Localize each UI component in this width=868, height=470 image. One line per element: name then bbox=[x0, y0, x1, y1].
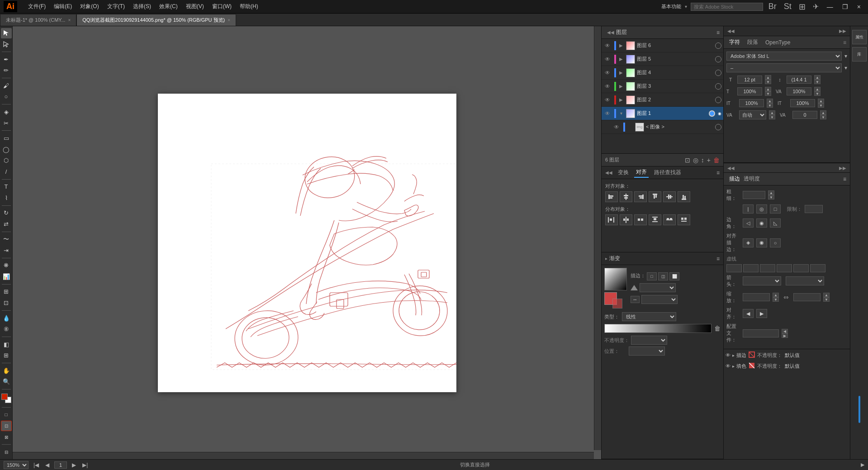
menu-select[interactable]: 选择(S) bbox=[129, 1, 155, 12]
blob-brush-tool[interactable]: ○ bbox=[1, 92, 12, 102]
eye-icon-6[interactable]: 👁 bbox=[603, 43, 612, 49]
close-button[interactable]: × bbox=[854, 2, 863, 11]
cap-butt[interactable]: | bbox=[743, 204, 754, 214]
zoom-select[interactable]: 150% 100% 50% bbox=[4, 461, 28, 469]
tab-opentype[interactable]: OpenType bbox=[764, 38, 792, 47]
color-picker[interactable] bbox=[1, 394, 11, 403]
layer-row-image[interactable]: 👁 ▶ img < 图像 > bbox=[602, 120, 723, 134]
font-size-down[interactable]: ▼ bbox=[765, 80, 771, 84]
scale-end-input[interactable]: 100% bbox=[793, 293, 821, 301]
selection-tool[interactable] bbox=[1, 28, 12, 38]
baseline-up[interactable]: ▲ bbox=[820, 110, 826, 115]
type-tool[interactable]: T bbox=[1, 181, 12, 192]
dash-1[interactable] bbox=[726, 264, 742, 272]
miter-limit-input[interactable] bbox=[805, 205, 823, 213]
restore-button[interactable]: ❐ bbox=[840, 2, 851, 11]
font-style-select[interactable]: – bbox=[726, 63, 842, 72]
layer-row-4[interactable]: 👁 ▶ 图层 4 bbox=[602, 66, 723, 80]
gap-2[interactable] bbox=[777, 264, 792, 272]
eye-icon-img[interactable]: 👁 bbox=[612, 124, 621, 130]
gradient-stroke-btn-3[interactable]: ⬜ bbox=[669, 272, 679, 280]
dash-2[interactable] bbox=[760, 264, 775, 272]
kerning-input[interactable] bbox=[787, 87, 811, 95]
gradient-menu-icon[interactable] bbox=[716, 256, 720, 262]
stock-search-input[interactable] bbox=[691, 3, 763, 11]
align-stroke-center[interactable]: ◈ bbox=[743, 238, 754, 247]
line-tool[interactable]: / bbox=[1, 166, 12, 177]
font-size-up[interactable]: ▲ bbox=[765, 75, 771, 80]
scale-end-down[interactable]: ▼ bbox=[823, 297, 830, 302]
layer-visibility-5[interactable] bbox=[715, 56, 721, 62]
stroke-weight-input[interactable] bbox=[743, 191, 765, 199]
layer-row-5[interactable]: 👁 ▶ 图层 5 bbox=[602, 52, 723, 66]
v-scale-input[interactable] bbox=[739, 99, 764, 107]
stroke-top-bar-right[interactable]: ▶▶ bbox=[839, 166, 846, 171]
layer-arrow-4[interactable]: ▶ bbox=[618, 70, 624, 75]
align-collapse-btn[interactable]: ◀◀ bbox=[605, 170, 612, 175]
far-right-collapse-left[interactable]: ◀◀ bbox=[727, 28, 735, 33]
corner-bevel[interactable]: ◺ bbox=[770, 218, 781, 228]
layer-row-2[interactable]: 👁 ▶ 图层 2 bbox=[602, 93, 723, 107]
stroke-weight-up[interactable]: ▲ bbox=[768, 190, 774, 195]
stock-icon[interactable]: St bbox=[782, 2, 793, 11]
align-right-edges[interactable] bbox=[634, 191, 647, 202]
stroke-top-bar-left[interactable]: ◀◀ bbox=[727, 166, 735, 171]
gradient-position-select[interactable] bbox=[629, 347, 665, 356]
gradient-angle-select[interactable] bbox=[640, 283, 676, 292]
normal-mode[interactable]: □ bbox=[1, 410, 12, 420]
kerning-down[interactable]: ▼ bbox=[814, 91, 821, 96]
leading-down[interactable]: ▼ bbox=[814, 80, 821, 84]
vertical-scrollbar[interactable] bbox=[594, 26, 601, 450]
workspace-icon[interactable]: ⊞ bbox=[797, 2, 807, 12]
gradient-reverse-btn[interactable]: ↔ bbox=[631, 296, 640, 303]
corner-miter[interactable]: ◁ bbox=[743, 218, 754, 228]
page-number-input[interactable] bbox=[54, 461, 67, 469]
layer-row-6[interactable]: 👁 ▶ 图层 6 bbox=[602, 39, 723, 52]
draw-clip[interactable]: ⊠ bbox=[1, 432, 12, 442]
dist-center-v[interactable] bbox=[663, 214, 676, 225]
dist-bottom[interactable] bbox=[678, 214, 690, 225]
tab-screenshot[interactable]: QQ浏览器截图20190929144005.png* @ 150% (RGB/G… bbox=[76, 14, 236, 26]
gradient-opacity-select[interactable] bbox=[631, 336, 667, 345]
gap-3[interactable] bbox=[810, 264, 825, 272]
profile-label[interactable]: 基本功能 bbox=[661, 3, 681, 10]
eye-icon-1[interactable]: 👁 bbox=[603, 110, 612, 117]
layer-visibility-img[interactable] bbox=[715, 124, 721, 130]
prop-library-btn[interactable]: 库 bbox=[852, 47, 867, 62]
gradient-stroke-btn-1[interactable]: □ bbox=[647, 272, 657, 280]
menu-help[interactable]: 帮助(H) bbox=[236, 1, 262, 12]
layer-arrow-6[interactable]: ▶ bbox=[618, 43, 624, 48]
nav-next-btn[interactable]: ▶ bbox=[71, 462, 77, 468]
screen-mode[interactable]: ⊟ bbox=[1, 447, 12, 457]
corner-round[interactable]: ◉ bbox=[756, 218, 767, 228]
gradient-main-swatch[interactable] bbox=[604, 268, 627, 290]
align-menu-icon[interactable] bbox=[716, 170, 720, 176]
minimize-button[interactable]: — bbox=[824, 2, 836, 11]
locate-object-button[interactable]: ◎ bbox=[693, 157, 698, 164]
nav-first-btn[interactable]: |◀ bbox=[32, 462, 40, 468]
tracking-input[interactable] bbox=[737, 87, 762, 95]
rotate-tool[interactable]: ↻ bbox=[1, 208, 12, 218]
align-left-edges[interactable] bbox=[605, 191, 618, 202]
gradient-bg-swatch[interactable] bbox=[612, 299, 622, 309]
arrow-start-select[interactable] bbox=[743, 276, 781, 285]
direct-selection-tool[interactable] bbox=[1, 39, 12, 50]
profile-dropdown[interactable]: ▾ bbox=[685, 4, 687, 9]
make-clipping-mask-button[interactable]: ⊡ bbox=[685, 157, 690, 164]
ellipse-tool[interactable]: ◯ bbox=[1, 144, 12, 155]
dist-top[interactable] bbox=[649, 214, 661, 225]
menu-window[interactable]: 窗口(W) bbox=[209, 1, 235, 12]
layer-arrow-1[interactable]: ▾ bbox=[618, 111, 624, 116]
h-scale-down[interactable]: ▼ bbox=[818, 103, 824, 108]
layer-visibility-2[interactable] bbox=[715, 97, 721, 103]
eyedropper-tool[interactable]: 💧 bbox=[1, 313, 12, 323]
tab-untitled[interactable]: 未标题-1* @ 100% (CMY... × bbox=[0, 14, 76, 26]
rectangle-tool[interactable]: ▭ bbox=[1, 133, 12, 143]
font-name-dropdown-icon[interactable]: ▾ bbox=[844, 53, 847, 59]
pencil-tool[interactable]: ✏ bbox=[1, 66, 12, 76]
appearance-stroke-visibility[interactable]: 👁 bbox=[726, 352, 730, 358]
foreground-color[interactable] bbox=[1, 394, 8, 400]
leading-input[interactable] bbox=[787, 76, 811, 84]
v-scale-down[interactable]: ▼ bbox=[767, 103, 773, 108]
profile-prev[interactable]: ◀ bbox=[782, 329, 788, 333]
